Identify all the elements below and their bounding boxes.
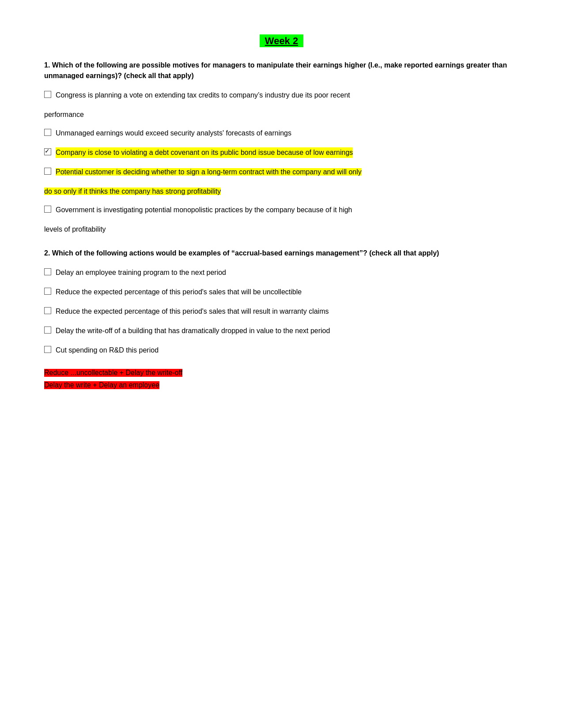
answer-2-box: Delay the write + Delay an employee <box>44 381 159 391</box>
q2-option-2-text: Reduce the expected percentage of this p… <box>56 287 302 297</box>
page-title-wrapper: Week 2 <box>44 35 519 47</box>
question-2-section: 2. Which of the following actions would … <box>44 248 519 356</box>
q1-option-2-checkbox[interactable] <box>44 129 51 136</box>
q1-option-5-text: Government is investigating potential mo… <box>56 205 352 215</box>
q1-option-4-checkbox[interactable] <box>44 168 51 175</box>
q2-option-3-checkbox[interactable] <box>44 307 51 314</box>
q1-option-1-checkbox[interactable] <box>44 91 51 98</box>
answer-2-text: Delay the write + Delay an employee <box>44 381 159 389</box>
q1-option-1-text: Congress is planning a vote on extending… <box>56 90 350 101</box>
q2-option-5-row: Cut spending on R&D this period <box>44 345 519 356</box>
answer-1-box: Reduce ...uncollectable + Delay the writ… <box>44 369 182 379</box>
q1-option-4-row: Potential customer is deciding whether t… <box>44 167 519 177</box>
q1-option-5-checkbox[interactable] <box>44 206 51 213</box>
q1-option-5-continuation: levels of profitability <box>44 224 519 235</box>
q1-option-4-text: Potential customer is deciding whether t… <box>56 167 362 177</box>
q1-option-1-row: Congress is planning a vote on extending… <box>44 90 519 101</box>
answers-section: Reduce ...uncollectable + Delay the writ… <box>44 369 519 394</box>
q2-option-1-checkbox[interactable] <box>44 268 51 275</box>
q2-option-3-text: Reduce the expected percentage of this p… <box>56 306 329 317</box>
q2-option-5-text: Cut spending on R&D this period <box>56 345 159 356</box>
q2-option-1-text: Delay an employee training program to th… <box>56 267 226 278</box>
q2-option-2-row: Reduce the expected percentage of this p… <box>44 287 519 297</box>
q1-option-2-text: Unmanaged earnings would exceed security… <box>56 128 291 139</box>
answer-1-text: Reduce ...uncollectable + Delay the writ… <box>44 369 182 377</box>
q2-option-1-row: Delay an employee training program to th… <box>44 267 519 278</box>
page-title: Week 2 <box>260 34 303 47</box>
q1-option-1-continuation: performance <box>44 109 519 120</box>
q1-option-3-text: Company is close to violating a debt cov… <box>56 147 353 158</box>
q1-option-5-row: Government is investigating potential mo… <box>44 205 519 215</box>
question-1-text: 1. Which of the following are possible m… <box>44 60 519 81</box>
q1-option-2-row: Unmanaged earnings would exceed security… <box>44 128 519 139</box>
q2-option-5-checkbox[interactable] <box>44 346 51 353</box>
q2-option-3-row: Reduce the expected percentage of this p… <box>44 306 519 317</box>
question-2-text: 2. Which of the following actions would … <box>44 248 519 259</box>
q2-option-4-checkbox[interactable] <box>44 326 51 334</box>
q2-option-4-text: Delay the write-off of a building that h… <box>56 326 330 336</box>
q1-option-4-continuation: do so only if it thinks the company has … <box>44 186 519 197</box>
q2-option-4-row: Delay the write-off of a building that h… <box>44 326 519 336</box>
q1-option-3-row: Company is close to violating a debt cov… <box>44 147 519 158</box>
q1-option-3-checkbox[interactable] <box>44 148 51 155</box>
question-1-section: 1. Which of the following are possible m… <box>44 60 519 235</box>
q2-option-2-checkbox[interactable] <box>44 288 51 295</box>
